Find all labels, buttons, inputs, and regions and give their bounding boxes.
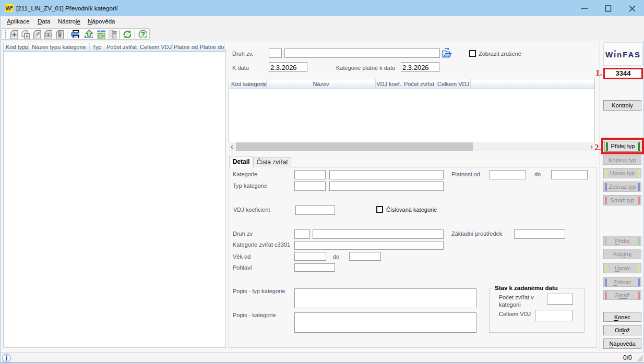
svg-text:WınFAS: WınFAS [605, 50, 641, 59]
svg-text:?: ? [141, 31, 145, 38]
svg-text:F: F [10, 6, 13, 9]
